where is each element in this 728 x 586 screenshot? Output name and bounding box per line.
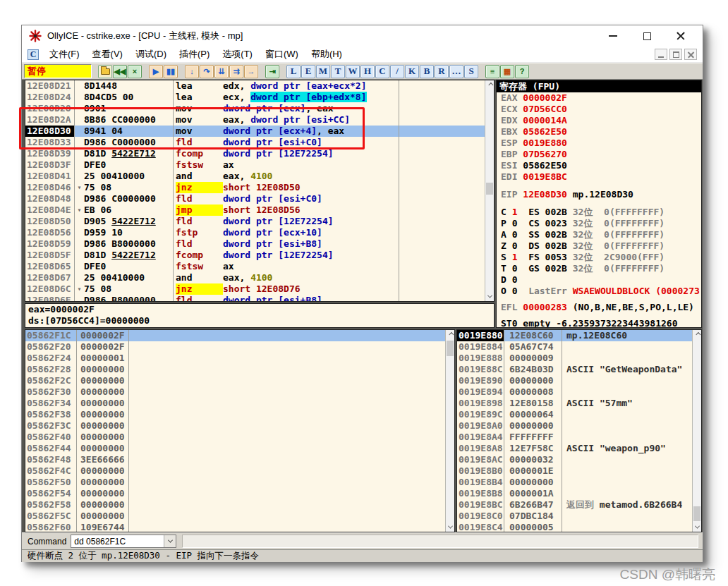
register-row[interactable]: ECX 07D56CC0 <box>497 104 701 115</box>
mdi-restore-button[interactable] <box>669 49 682 60</box>
mdi-close-button[interactable] <box>684 49 697 60</box>
dump-row[interactable]: 05862F5800000000 <box>25 499 454 511</box>
combobox-dropdown-button[interactable] <box>164 535 176 547</box>
command-combobox[interactable]: dd 05862F1C <box>71 535 176 548</box>
view-cpu-button[interactable]: C <box>375 65 389 78</box>
dump-scrollbar[interactable] <box>445 330 454 532</box>
register-row[interactable]: EDI 0019E8BC <box>497 171 701 183</box>
disasm-row[interactable]: 12E08D56D959 10fstpdword ptr [ecx+10] <box>25 227 494 238</box>
disasm-row[interactable]: 12E08D288901movdword ptr [ecx], eax <box>25 103 494 114</box>
animate-into-button[interactable]: ⇊ <box>214 65 229 78</box>
register-row[interactable]: ESI 05862E50 <box>497 160 701 171</box>
pause-process-button[interactable]: ▮▮ <box>164 65 178 78</box>
disasm-row[interactable]: 12E08D50D905 5422E712flddword ptr [12E72… <box>25 216 494 227</box>
step-over-button[interactable]: ↷ <box>200 65 214 78</box>
disasm-row[interactable]: 12E08D2A8B86 CC000000moveax, dword ptr [… <box>25 114 494 126</box>
dump-row[interactable]: 05862F2C00000000 <box>25 375 454 386</box>
dump-row[interactable]: 05862F3800000000 <box>25 409 454 420</box>
close-process-button[interactable]: × <box>128 65 142 78</box>
register-row[interactable]: EDX 0000014A <box>497 115 701 126</box>
run-to-selection-button[interactable]: → <box>244 65 258 78</box>
execute-till-return-button[interactable]: ⇥ <box>265 65 279 78</box>
disasm-row[interactable]: 12E08D248D4CD5 00leaecx, dword ptr [ebp+… <box>25 92 494 103</box>
disasm-row[interactable]: 12E08D6ED986 B8000000flddword ptr [esi+B… <box>25 295 494 302</box>
view-patches-button[interactable]: / <box>390 65 404 78</box>
maximize-button[interactable] <box>639 28 655 44</box>
register-row[interactable]: EBP 07D56270 <box>497 149 701 160</box>
dump-row[interactable]: 05862F4400000000 <box>25 443 454 454</box>
register-row[interactable]: P 0 CS 0023 32位 0(FFFFFFFF) <box>497 218 701 229</box>
close-button[interactable] <box>673 28 688 44</box>
menu-item-6[interactable]: 帮助(H) <box>305 47 348 62</box>
disasm-row[interactable]: 12E08D48D986 C0000000flddword ptr [esi+C… <box>25 193 494 205</box>
dump-row[interactable]: 05862F2800000000 <box>25 364 454 375</box>
stack-row[interactable]: 0019E8AC00000032 <box>457 454 701 465</box>
stack-row[interactable]: 0019E89000000000 <box>457 375 701 386</box>
command-input[interactable]: dd 05862F1C <box>71 537 164 547</box>
stack-row[interactable]: 0019E8A812E7F58CASCII "weapon_p90" <box>457 443 701 454</box>
view-log-button[interactable]: L <box>286 65 301 78</box>
disasm-row[interactable]: 12E08D4E▾EB 06jmpshort 12E08D56 <box>25 205 494 216</box>
menu-item-0[interactable]: 文件(F) <box>43 47 86 62</box>
stack-row[interactable]: 0019E89812E80158ASCII "57mm" <box>457 398 701 409</box>
stack-row[interactable]: 0019E8C400000005 <box>457 522 701 532</box>
disasm-row[interactable]: 12E08D5FD81D 5422E712fcompdword ptr [12E… <box>25 250 494 261</box>
scroll-thumb[interactable] <box>486 183 493 195</box>
view-threads-button[interactable]: T <box>331 65 345 78</box>
menu-item-1[interactable]: 查看(V) <box>86 47 129 62</box>
register-row[interactable]: D 0 <box>497 274 701 286</box>
register-row[interactable]: EBX 05862E50 <box>497 126 701 138</box>
dump-row[interactable]: 05862F3000000000 <box>25 386 454 398</box>
step-into-button[interactable]: ↓ <box>185 65 199 78</box>
menu-item-4[interactable]: 选项(T) <box>216 47 259 62</box>
dump-row[interactable]: 05862F5C00000000 <box>25 511 454 522</box>
disasm-row[interactable]: 12E08D218D1448leaedx, dword ptr [eax+ecx… <box>25 80 494 92</box>
stack-row[interactable]: 0019E8A000000000 <box>457 420 701 432</box>
disasm-scrollbar[interactable] <box>485 80 494 301</box>
view-callstack-button[interactable]: K <box>405 65 419 78</box>
dump-row[interactable]: 05862F1C0000002F <box>25 330 454 341</box>
register-row[interactable]: A 0 SS 002B 32位 0(FFFFFFFF) <box>497 229 701 240</box>
disasm-row[interactable]: 12E08D39D81D 5422E712fcompdword ptr [12E… <box>25 148 494 159</box>
menu-item-5[interactable]: 窗口(W) <box>259 47 305 62</box>
stack-row[interactable]: 0019E89400000008 <box>457 386 701 398</box>
stack-row[interactable]: 0019E8B00000001E <box>457 465 701 477</box>
menu-item-2[interactable]: 调试(D) <box>129 47 173 62</box>
options-button[interactable]: ≡ <box>485 65 499 78</box>
scroll-down-button[interactable] <box>485 292 494 301</box>
minimize-button[interactable] <box>605 28 621 44</box>
run-button[interactable]: ▶ <box>149 65 163 78</box>
register-row[interactable]: Z 0 DS 002B 32位 0(FFFFFFFF) <box>497 240 701 252</box>
open-file-button[interactable] <box>98 65 112 78</box>
stack-scrollbar[interactable] <box>692 330 701 532</box>
dump-row[interactable]: 05862F4000000000 <box>25 432 454 443</box>
register-row[interactable]: C 1 ES 002B 32位 0(FFFFFFFF) <box>497 207 701 218</box>
disasm-row[interactable]: 12E08D6725 00410000andeax, 4100 <box>25 272 494 283</box>
help-button[interactable]: ? <box>515 65 529 78</box>
view-executables-button[interactable]: E <box>301 65 315 78</box>
scroll-thumb[interactable] <box>693 506 700 521</box>
cpu-window-icon[interactable]: C <box>28 49 39 60</box>
appearance-button[interactable]: ▦ <box>500 65 514 78</box>
animate-over-button[interactable]: ⇉ <box>229 65 243 78</box>
stack-row[interactable]: 0019E8B400000000 <box>457 477 701 488</box>
scroll-down-button[interactable] <box>446 523 454 532</box>
scroll-up-button[interactable] <box>485 80 494 90</box>
register-row[interactable]: EAX 0000002F <box>497 92 701 104</box>
dump-row[interactable]: 05862F5400000000 <box>25 488 454 499</box>
register-row[interactable]: ST0 empty -6.2359373223443981260 <box>497 318 701 328</box>
stack-row[interactable]: 0019E8C007DBC184 <box>457 511 701 522</box>
registers-pane[interactable]: 寄存器 (FPU) EAX 0000002FECX 07D56CC0EDX 00… <box>496 80 702 328</box>
mdi-minimize-button[interactable] <box>655 49 667 60</box>
scroll-thumb[interactable] <box>447 341 454 356</box>
disasm-row[interactable]: 12E08D4125 00410000andeax, 4100 <box>25 171 494 182</box>
view-breakpoints-button[interactable]: B <box>420 65 434 78</box>
register-row[interactable]: EFL 00000283 (NO,B,NE,BE,S,PO,L,LE) <box>497 302 701 313</box>
stack-row[interactable]: 0019E88800000009 <box>457 353 701 364</box>
view-windows-button[interactable]: W <box>346 65 360 78</box>
dump-row[interactable]: 05862F60109E6744 <box>25 522 454 532</box>
memory-dump-pane[interactable]: 05862F1C0000002F05862F200000002F05862F24… <box>25 329 455 532</box>
stack-row[interactable]: 0019E88405A67C74 <box>457 341 701 353</box>
stack-row[interactable]: 0019E8BC6B266B47返回到 metamod.6B266B4 <box>457 499 701 511</box>
menu-item-3[interactable]: 插件(P) <box>173 47 216 62</box>
